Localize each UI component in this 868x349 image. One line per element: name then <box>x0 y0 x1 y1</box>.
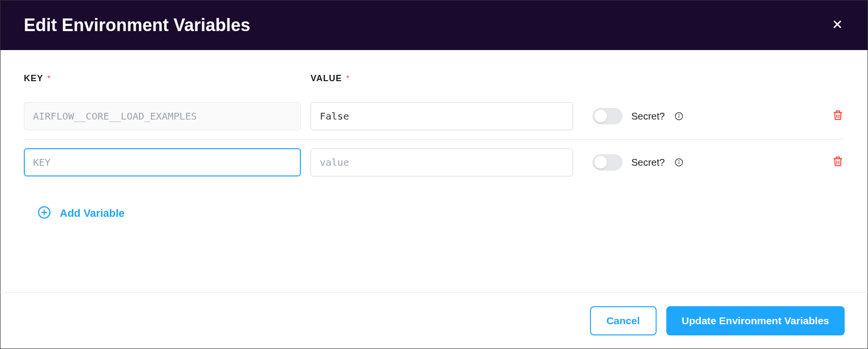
toggle-knob <box>594 110 607 122</box>
required-mark: * <box>346 74 349 83</box>
secret-toggle[interactable] <box>592 154 623 171</box>
required-mark: * <box>47 74 50 83</box>
modal-body: KEY * VALUE * Secret? <box>0 50 868 221</box>
close-icon[interactable] <box>831 17 844 33</box>
delete-icon[interactable] <box>832 109 844 123</box>
add-variable-label: Add Variable <box>60 207 124 220</box>
value-column-label: VALUE <box>311 73 342 83</box>
key-input[interactable] <box>24 102 301 130</box>
value-input[interactable] <box>311 148 573 176</box>
plus-icon <box>37 206 51 221</box>
variable-row: Secret? <box>24 140 844 185</box>
modal-header: Edit Environment Variables <box>0 0 868 50</box>
info-icon[interactable] <box>674 111 684 122</box>
info-icon[interactable] <box>674 157 684 168</box>
secret-label: Secret? <box>631 111 665 122</box>
value-input[interactable] <box>311 102 573 130</box>
add-variable-button[interactable]: Add Variable <box>24 206 844 221</box>
modal-title: Edit Environment Variables <box>24 15 250 35</box>
variable-row: Secret? <box>24 93 844 140</box>
delete-icon[interactable] <box>832 155 844 170</box>
toggle-knob <box>594 156 607 169</box>
secret-label: Secret? <box>631 157 665 168</box>
key-input[interactable] <box>24 148 301 176</box>
modal-footer: Cancel Update Environment Variables <box>0 292 868 349</box>
key-column-label: KEY <box>24 73 43 83</box>
cancel-button[interactable]: Cancel <box>590 306 657 335</box>
column-headers: KEY * VALUE * <box>24 73 844 84</box>
svg-point-2 <box>679 114 679 115</box>
svg-point-5 <box>679 160 679 161</box>
update-button[interactable]: Update Environment Variables <box>666 306 845 335</box>
secret-toggle[interactable] <box>592 108 623 124</box>
